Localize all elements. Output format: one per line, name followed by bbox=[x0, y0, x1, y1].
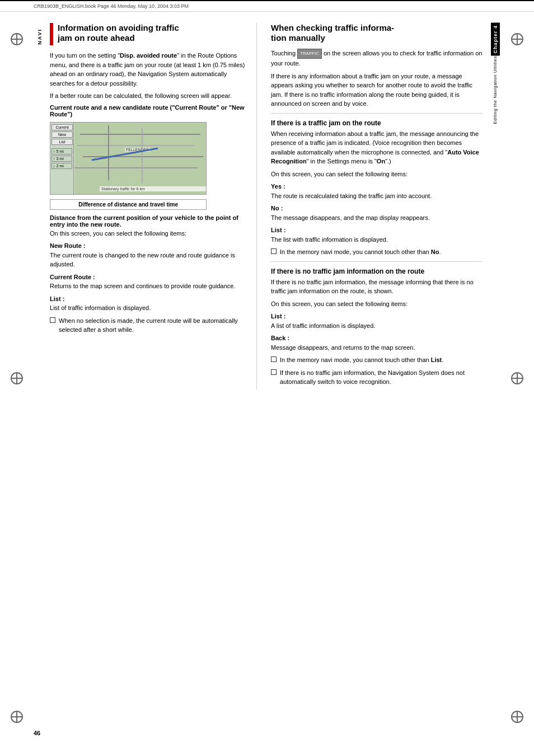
note-checkbox-3 bbox=[271, 356, 277, 362]
map-bottom-text: Stationary traffic for 8 km bbox=[100, 186, 206, 191]
corner-br bbox=[509, 708, 526, 725]
map-btn-list: List bbox=[51, 139, 73, 145]
chapter4-box: Chapter 4 bbox=[491, 23, 500, 56]
traffic-jam-body2: On this screen, you can select the follo… bbox=[271, 170, 483, 179]
map-main-area: FELLENDEE Stationary traffic for 8 km bbox=[74, 123, 206, 194]
map-road-v2 bbox=[142, 128, 143, 183]
right-note2: In the memory navi mode, you cannot touc… bbox=[271, 355, 483, 365]
right-list-item: List : The list with traffic information… bbox=[271, 226, 483, 244]
editing-nav-label: Editing the Navigation Utilities bbox=[493, 56, 498, 124]
navi-label: NAVI bbox=[37, 29, 43, 45]
map-road-h2 bbox=[77, 145, 195, 146]
note-checkbox-4 bbox=[271, 369, 277, 375]
current-route-text: Returns to the map screen and continues … bbox=[50, 283, 235, 289]
no-traffic-list-text: A list of traffic information is display… bbox=[271, 322, 375, 329]
divider-2 bbox=[271, 261, 483, 262]
left-body1: If you turn on the setting "Disp. avoide… bbox=[50, 51, 245, 88]
left-section-title-block: Information on avoiding traffic jam on r… bbox=[50, 23, 245, 45]
left-column: Information on avoiding traffic jam on r… bbox=[50, 23, 257, 390]
right-note3: If there is no traffic jam information, … bbox=[271, 368, 483, 387]
no-traffic-subsection-title: If there is no traffic jam information o… bbox=[271, 267, 483, 275]
list-bold: List bbox=[431, 356, 442, 363]
on-label: On bbox=[377, 158, 385, 165]
file-info: CRB1903B_ENGLISH.book Page 46 Monday, Ma… bbox=[34, 3, 189, 9]
distance-caption: Distance from the current position of yo… bbox=[50, 214, 245, 228]
divider-1 bbox=[271, 113, 483, 114]
map-btn-extra3: ↓ 2 mi bbox=[51, 163, 72, 169]
no-item: No : The message disappears, and the map… bbox=[271, 204, 483, 222]
left-body3: On this screen, you can select the follo… bbox=[50, 229, 245, 238]
map-btn-extra2: ↑ 3 mi bbox=[51, 156, 72, 162]
map-road-h4 bbox=[74, 167, 198, 168]
right-list-label: List : bbox=[271, 227, 285, 233]
header-bar: CRB1903B_ENGLISH.book Page 46 Monday, Ma… bbox=[0, 0, 534, 12]
right-note-traffic: In the memory navi mode, you cannot touc… bbox=[271, 247, 483, 257]
traffic-button-img: TRAFFIC bbox=[297, 49, 322, 59]
right-intro: Touching TRAFFIC on the screen allows yo… bbox=[271, 49, 483, 68]
left-section-title: Information on avoiding traffic jam on r… bbox=[58, 23, 179, 43]
page-number: 46 bbox=[34, 730, 40, 736]
left-note1: When no selection is made, the current r… bbox=[50, 316, 245, 335]
yes-label: Yes : bbox=[271, 183, 285, 190]
right-sidebar: Chapter 4 Editing the Navigation Utiliti… bbox=[487, 23, 503, 390]
page-container: CRB1903B_ENGLISH.book Page 46 Monday, Ma… bbox=[0, 0, 534, 756]
back-label: Back : bbox=[271, 335, 289, 341]
no-traffic-body2: On this screen, you can select the follo… bbox=[271, 299, 483, 309]
yes-text: The route is recalculated taking the tra… bbox=[271, 192, 432, 199]
new-route-text: The current route is changed to the new … bbox=[50, 252, 235, 268]
left-sidebar: NAVI bbox=[34, 23, 45, 390]
map-btn-new: New bbox=[51, 132, 73, 138]
page-footer: 46 bbox=[34, 730, 40, 736]
map-road-h1 bbox=[80, 134, 200, 135]
right-intro2: If there is any information about a traf… bbox=[271, 72, 483, 109]
left-note1-text: When no selection is made, the current r… bbox=[59, 316, 245, 335]
traffic-jam-subsection-title: If there is a traffic jam on the route bbox=[271, 119, 483, 127]
map-container: Current New List ↑ 5 mi ↑ 3 mi ↓ 2 mi bbox=[50, 122, 207, 195]
back-item: Back : Message disappears, and returns t… bbox=[271, 334, 483, 352]
map-btn-current: Current bbox=[51, 124, 73, 130]
no-traffic-list-item: List : A list of traffic information is … bbox=[271, 312, 483, 330]
right-list-text: The list with traffic information is dis… bbox=[271, 236, 388, 243]
right-note2-text: In the memory navi mode, you cannot touc… bbox=[280, 355, 443, 365]
left-list-text: List of traffic information is displayed… bbox=[50, 304, 151, 311]
yes-item: Yes : The route is recalculated taking t… bbox=[271, 182, 483, 200]
no-traffic-list-label: List : bbox=[271, 313, 285, 320]
new-route-label: New Route : bbox=[50, 242, 86, 249]
note-checkbox-1 bbox=[50, 317, 55, 323]
corner-bl bbox=[8, 708, 25, 725]
current-route-item: Current Route : Returns to the map scree… bbox=[50, 273, 245, 291]
map-caption-title: Current route and a new candidate route … bbox=[50, 104, 245, 118]
auto-voice-label: Auto Voice Recognition bbox=[271, 149, 479, 165]
left-list-label: List : bbox=[50, 295, 64, 302]
map-sidebar: Current New List ↑ 5 mi ↑ 3 mi ↓ 2 mi bbox=[50, 123, 74, 194]
left-body2: If a better route can be calculated, the… bbox=[50, 91, 245, 101]
note-checkbox-2 bbox=[271, 248, 277, 254]
back-text: Message disappears, and returns to the m… bbox=[271, 344, 415, 351]
new-route-item: New Route : The current route is changed… bbox=[50, 241, 245, 269]
right-note3-text: If there is no traffic jam information, … bbox=[280, 368, 483, 387]
content-area: NAVI Information on avoiding traffic jam… bbox=[0, 12, 534, 401]
map-inner: Current New List ↑ 5 mi ↑ 3 mi ↓ 2 mi bbox=[50, 123, 206, 194]
right-section-title: When checking traffic informa- tion manu… bbox=[271, 23, 394, 43]
map-btn-extra1: ↑ 5 mi bbox=[51, 148, 72, 154]
right-column: When checking traffic informa- tion manu… bbox=[257, 23, 483, 390]
no-text: The message disappears, and the map disp… bbox=[271, 214, 430, 221]
current-route-label: Current Route : bbox=[50, 274, 95, 280]
no-bold: No bbox=[431, 248, 439, 255]
map-caption-box: Difference of distance and travel time bbox=[50, 199, 207, 210]
right-note-traffic-text: In the memory navi mode, you cannot touc… bbox=[280, 247, 441, 257]
map-road-h3 bbox=[83, 156, 203, 157]
red-bar-left bbox=[50, 23, 53, 45]
left-list-item: List : List of traffic information is di… bbox=[50, 294, 245, 313]
no-label: No : bbox=[271, 205, 283, 212]
disp-avoided-route-label: Disp. avoided route bbox=[120, 52, 177, 59]
map-road-v1 bbox=[108, 125, 109, 180]
right-section-title-block: When checking traffic informa- tion manu… bbox=[271, 23, 483, 43]
traffic-jam-body: When receiving information about a traff… bbox=[271, 129, 483, 166]
no-traffic-body1: If there is no traffic jam information, … bbox=[271, 278, 483, 296]
